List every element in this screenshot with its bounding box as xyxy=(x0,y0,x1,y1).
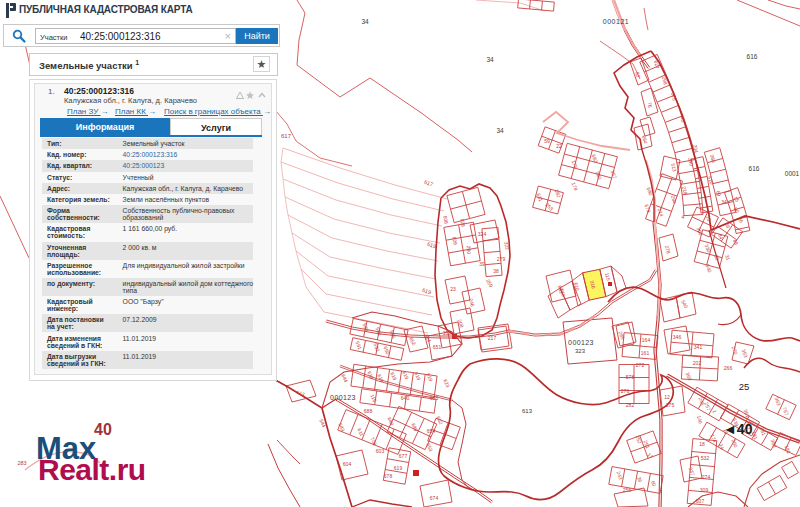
svg-text:650: 650 xyxy=(383,345,392,355)
svg-text:540: 540 xyxy=(680,299,689,309)
svg-text:33: 33 xyxy=(713,254,721,261)
svg-text:578: 578 xyxy=(626,374,635,380)
svg-text:585: 585 xyxy=(389,329,398,339)
svg-text:69: 69 xyxy=(715,190,723,197)
svg-text:86: 86 xyxy=(737,216,745,224)
svg-text:341: 341 xyxy=(694,344,703,350)
svg-text:279: 279 xyxy=(497,256,506,262)
svg-text:000123: 000123 xyxy=(330,394,356,401)
svg-text:604: 604 xyxy=(343,461,352,467)
svg-text:280: 280 xyxy=(466,245,473,254)
svg-text:270: 270 xyxy=(731,345,740,355)
svg-text:640: 640 xyxy=(401,395,410,401)
svg-text:25: 25 xyxy=(739,381,750,392)
svg-text:283: 283 xyxy=(17,460,26,466)
svg-text:653: 653 xyxy=(425,442,434,452)
svg-text:175: 175 xyxy=(571,159,580,169)
svg-text:575: 575 xyxy=(670,92,678,102)
svg-text:619: 619 xyxy=(559,288,567,298)
svg-text:274: 274 xyxy=(702,474,711,480)
svg-text:115: 115 xyxy=(369,393,378,403)
svg-text:674: 674 xyxy=(430,495,439,501)
svg-text:309: 309 xyxy=(700,487,709,493)
svg-text:60: 60 xyxy=(650,480,658,487)
svg-text:651: 651 xyxy=(433,344,442,350)
svg-text:685: 685 xyxy=(430,395,439,401)
svg-text:34: 34 xyxy=(721,199,727,205)
svg-text:603: 603 xyxy=(376,448,385,454)
svg-text:22: 22 xyxy=(556,143,562,149)
svg-text:275: 275 xyxy=(666,402,675,408)
svg-text:607: 607 xyxy=(696,498,705,504)
svg-text:628: 628 xyxy=(459,218,466,227)
svg-text:619: 619 xyxy=(389,371,398,381)
svg-text:276: 276 xyxy=(621,388,630,394)
svg-text:324: 324 xyxy=(478,231,487,237)
svg-text:266: 266 xyxy=(724,365,733,371)
svg-text:664: 664 xyxy=(641,135,649,145)
svg-text:619: 619 xyxy=(394,465,403,471)
svg-text:540: 540 xyxy=(705,263,714,273)
svg-text:619: 619 xyxy=(366,370,375,380)
svg-text:314: 314 xyxy=(423,333,432,343)
svg-text:358: 358 xyxy=(443,330,452,336)
svg-text:23: 23 xyxy=(450,286,456,292)
svg-text:◄40: ◄40 xyxy=(723,421,753,437)
svg-text:520: 520 xyxy=(707,175,716,185)
svg-text:688: 688 xyxy=(364,408,373,414)
svg-text:619: 619 xyxy=(413,371,422,381)
svg-text:613: 613 xyxy=(522,408,533,414)
svg-text:629: 629 xyxy=(451,236,458,245)
svg-text:36: 36 xyxy=(636,476,644,483)
svg-text:31: 31 xyxy=(724,254,732,261)
svg-text:616: 616 xyxy=(747,53,758,60)
svg-text:623: 623 xyxy=(442,378,451,388)
svg-text:619: 619 xyxy=(376,373,385,383)
svg-text:586: 586 xyxy=(375,326,384,336)
svg-text:182: 182 xyxy=(554,188,563,198)
svg-text:644: 644 xyxy=(340,373,349,383)
svg-text:678: 678 xyxy=(384,473,393,479)
svg-text:82: 82 xyxy=(635,71,642,78)
svg-text:282: 282 xyxy=(626,402,635,408)
svg-text:284: 284 xyxy=(670,195,678,205)
svg-text:350: 350 xyxy=(696,226,705,236)
svg-text:257: 257 xyxy=(704,401,713,411)
svg-text:272: 272 xyxy=(636,362,645,368)
svg-text:38: 38 xyxy=(493,268,499,274)
svg-text:346: 346 xyxy=(673,334,682,340)
svg-text:164: 164 xyxy=(642,337,651,343)
svg-text:208: 208 xyxy=(457,318,466,328)
svg-text:0001: 0001 xyxy=(785,170,800,177)
svg-text:353: 353 xyxy=(741,348,750,358)
svg-text:39: 39 xyxy=(479,261,485,267)
svg-text:161: 161 xyxy=(641,350,650,356)
svg-text:259: 259 xyxy=(485,278,494,288)
svg-text:298: 298 xyxy=(661,76,669,86)
svg-text:202: 202 xyxy=(693,360,702,366)
svg-text:40: 40 xyxy=(94,421,112,438)
svg-text:619: 619 xyxy=(425,372,434,382)
svg-text:677: 677 xyxy=(399,453,408,459)
svg-text:000121: 000121 xyxy=(603,18,629,25)
svg-text:76: 76 xyxy=(647,102,653,108)
svg-text:217: 217 xyxy=(488,335,497,341)
svg-text:617: 617 xyxy=(281,133,292,139)
svg-text:513: 513 xyxy=(670,163,678,173)
svg-text:252: 252 xyxy=(635,434,644,444)
svg-text:682: 682 xyxy=(591,153,600,163)
svg-text:544: 544 xyxy=(318,418,327,428)
svg-text:59: 59 xyxy=(544,138,550,144)
svg-text:337: 337 xyxy=(688,466,697,476)
svg-text:34: 34 xyxy=(496,127,504,134)
svg-text:253: 253 xyxy=(544,202,554,212)
svg-text:21: 21 xyxy=(705,215,713,222)
svg-text:34: 34 xyxy=(486,56,494,63)
svg-text:000123: 000123 xyxy=(568,339,594,346)
svg-text:4: 4 xyxy=(682,214,685,220)
svg-text:140: 140 xyxy=(696,415,704,425)
svg-text:591: 591 xyxy=(355,340,364,350)
svg-text:14: 14 xyxy=(718,443,726,450)
svg-text:532: 532 xyxy=(701,455,710,461)
svg-text:246: 246 xyxy=(468,298,476,308)
